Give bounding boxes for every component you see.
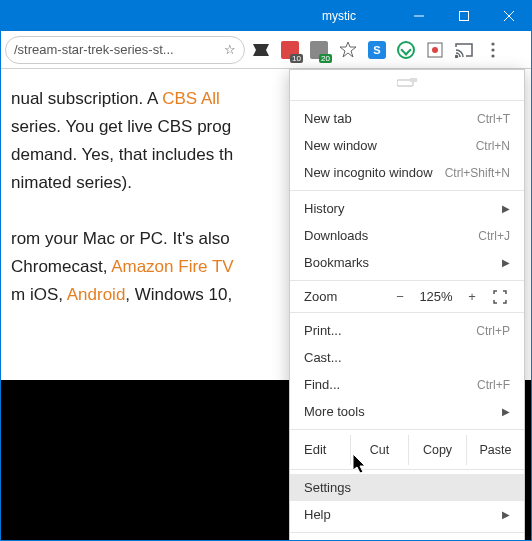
- menu-new-tab[interactable]: New tabCtrl+T: [290, 105, 524, 132]
- menu-downloads[interactable]: DownloadsCtrl+J: [290, 222, 524, 249]
- menu-cast[interactable]: Cast...: [290, 344, 524, 371]
- svg-rect-1: [459, 12, 468, 21]
- menu-new-window[interactable]: New windowCtrl+N: [290, 132, 524, 159]
- menu-bookmarks[interactable]: Bookmarks▶: [290, 249, 524, 276]
- menu-exit[interactable]: ExitCtrl+Shift+Q: [290, 537, 524, 541]
- menu-zoom-row: Zoom − 125% +: [290, 285, 524, 308]
- chevron-right-icon: ▶: [502, 203, 510, 214]
- maximize-button[interactable]: [441, 1, 486, 31]
- extension-icon-5[interactable]: S: [364, 37, 390, 63]
- svg-point-8: [491, 42, 494, 45]
- menu-edit-row: Edit Cut Copy Paste: [290, 434, 524, 465]
- titlebar: mystic: [1, 1, 531, 31]
- zoom-out-button[interactable]: −: [386, 289, 414, 304]
- minimize-button[interactable]: [396, 1, 441, 31]
- extension-icon-3[interactable]: 20: [306, 37, 332, 63]
- bookmark-star-icon[interactable]: ☆: [224, 42, 236, 57]
- cast-icon[interactable]: [451, 37, 477, 63]
- menu-settings[interactable]: Settings: [290, 474, 524, 501]
- extension-icon-1[interactable]: [248, 37, 274, 63]
- url-text: /stream-star-trek-series-st...: [14, 42, 174, 57]
- address-bar[interactable]: /stream-star-trek-series-st... ☆: [5, 36, 245, 64]
- window-title: mystic: [322, 9, 356, 23]
- menu-print[interactable]: Print...Ctrl+P: [290, 317, 524, 344]
- svg-point-6: [432, 47, 438, 53]
- chevron-right-icon: ▶: [502, 406, 510, 417]
- window-controls: [396, 1, 531, 31]
- chrome-menu-button[interactable]: [480, 37, 506, 63]
- browser-toolbar: /stream-star-trek-series-st... ☆ 10 20 S: [1, 31, 531, 69]
- svg-point-10: [491, 54, 494, 57]
- svg-rect-12: [410, 78, 417, 82]
- chevron-right-icon: ▶: [502, 509, 510, 520]
- extension-icon-2[interactable]: 10: [277, 37, 303, 63]
- edit-cut-button[interactable]: Cut: [350, 435, 408, 465]
- menu-help[interactable]: Help▶: [290, 501, 524, 528]
- link-amazon[interactable]: Amazon Fire TV: [111, 257, 234, 276]
- menu-more-tools[interactable]: More tools▶: [290, 398, 524, 425]
- svg-point-9: [491, 48, 494, 51]
- menu-find[interactable]: Find...Ctrl+F: [290, 371, 524, 398]
- menu-history[interactable]: History▶: [290, 195, 524, 222]
- extension-icon-6[interactable]: [393, 37, 419, 63]
- menu-spacer: [290, 70, 524, 96]
- fullscreen-button[interactable]: [486, 290, 514, 304]
- link-cbs[interactable]: CBS All: [162, 89, 220, 108]
- chevron-right-icon: ▶: [502, 257, 510, 268]
- edit-paste-button[interactable]: Paste: [466, 435, 524, 465]
- svg-marker-4: [340, 42, 356, 57]
- menu-new-incognito[interactable]: New incognito windowCtrl+Shift+N: [290, 159, 524, 186]
- extension-icon-7[interactable]: [422, 37, 448, 63]
- close-button[interactable]: [486, 1, 531, 31]
- svg-point-7: [456, 55, 458, 57]
- link-android[interactable]: Android: [67, 285, 126, 304]
- zoom-in-button[interactable]: +: [458, 289, 486, 304]
- edit-copy-button[interactable]: Copy: [408, 435, 466, 465]
- zoom-value: 125%: [414, 289, 458, 304]
- extension-icon-4[interactable]: [335, 37, 361, 63]
- chrome-menu: New tabCtrl+T New windowCtrl+N New incog…: [289, 69, 525, 541]
